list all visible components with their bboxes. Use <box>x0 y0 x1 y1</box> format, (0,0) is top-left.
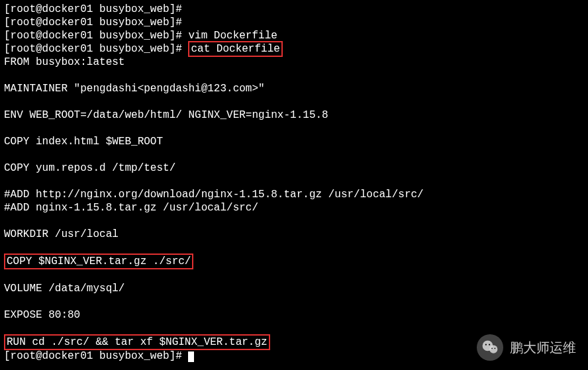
prompt-line[interactable]: [root@docker01 busybox_web]# <box>4 16 584 29</box>
prompt: [root@docker01 busybox_web]# <box>4 30 188 42</box>
prompt-line[interactable]: [root@docker01 busybox_web]# <box>4 3 584 16</box>
file-line: ENV WEB_ROOT=/data/web/html/ NGINX_VER=n… <box>4 109 584 122</box>
file-line: COPY index.html $WEB_ROOT <box>4 135 584 148</box>
file-line <box>4 295 584 308</box>
svg-point-4 <box>491 347 493 349</box>
prompt: [root@docker01 busybox_web]# <box>4 43 188 55</box>
watermark-text: 鹏大师运维 <box>510 340 576 356</box>
prompt: [root@docker01 busybox_web]# <box>4 3 188 15</box>
file-line: FROM busybox:latest <box>4 56 584 69</box>
file-line: EXPOSE 80:80 <box>4 308 584 322</box>
svg-point-5 <box>495 347 496 349</box>
watermark: 鹏大师运维 <box>477 334 576 361</box>
terminal-output: [root@docker01 busybox_web]# [root@docke… <box>4 3 584 363</box>
svg-point-2 <box>485 344 487 346</box>
file-line: COPY yum.repos.d /tmp/test/ <box>4 162 584 175</box>
file-line: #ADD http://nginx.org/download/nginx-1.1… <box>4 188 584 201</box>
file-line <box>4 214 584 228</box>
svg-point-3 <box>489 344 490 346</box>
prompt: [root@docker01 busybox_web]# <box>4 17 188 28</box>
file-line: MAINTAINER "pengdashi<pengdashi@123.com>… <box>4 82 584 95</box>
file-line <box>4 69 584 82</box>
file-line <box>4 269 584 282</box>
file-line <box>4 148 584 162</box>
file-line <box>4 122 584 135</box>
file-line: #ADD nginx-1.15.8.tar.gz /usr/local/src/ <box>4 201 584 214</box>
prompt-line[interactable]: [root@docker01 busybox_web]# cat Dockerf… <box>4 42 584 56</box>
file-line <box>4 175 584 188</box>
prompt-line[interactable]: [root@docker01 busybox_web]# vim Dockerf… <box>4 29 584 42</box>
prompt: [root@docker01 busybox_web]# <box>4 350 188 362</box>
file-line <box>4 95 584 109</box>
file-line: WORKDIR /usr/local <box>4 228 584 241</box>
command-highlighted: cat Dockerfile <box>188 41 282 57</box>
command: vim Dockerfile <box>188 30 277 42</box>
file-line <box>4 322 584 335</box>
cursor[interactable] <box>188 351 194 362</box>
wechat-icon <box>481 338 499 357</box>
watermark-icon <box>477 334 503 361</box>
file-line-highlighted: COPY $NGINX_VER.tar.gz ./src/ <box>4 254 584 269</box>
file-line <box>4 241 584 254</box>
svg-point-1 <box>489 346 497 353</box>
file-line: VOLUME /data/mysql/ <box>4 282 584 295</box>
